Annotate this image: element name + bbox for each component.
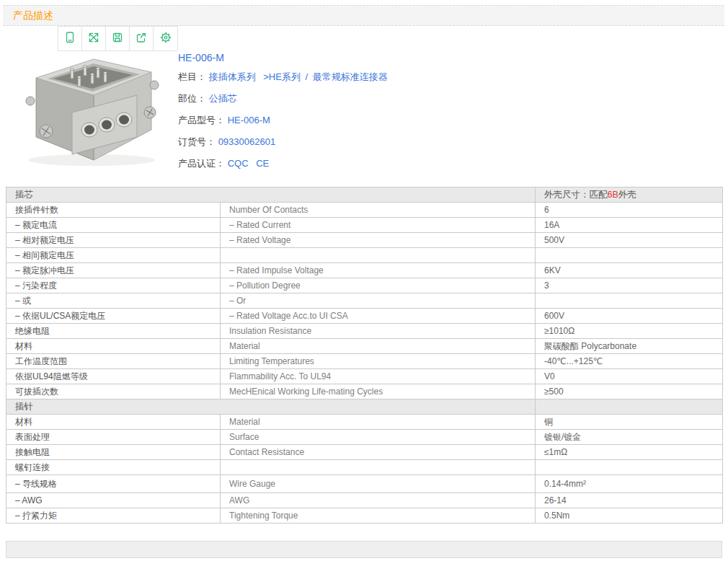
part-link[interactable]: 公插芯 [209, 93, 237, 104]
spec-row: 可拔插次数MecHEnical Working Life-mating Cycl… [6, 384, 723, 399]
image-toolbar [58, 26, 178, 51]
spec-row: 依据UL94阻燃等级Flammability Acc. To UL94V0 [6, 369, 723, 384]
spec-row: 接触电阻Contact Resistance≤1mΩ [6, 445, 723, 460]
page: 产品描述 [0, 0, 728, 561]
spec-cell-val [536, 460, 723, 475]
bottom-section-bar [6, 541, 722, 558]
spec-row: 接插件针数Number Of Contacts6 [6, 203, 723, 218]
spec-cell-en: – Rated Voltage Acc.to UI CSA [221, 309, 536, 324]
product-title-link[interactable]: HE-006-M [178, 49, 224, 66]
spec-cell-val: 500V [536, 233, 723, 248]
spec-table: 插芯外壳尺寸：匹配6B外壳接插件针数Number Of Contacts6– 额… [6, 187, 723, 524]
section-title: 插针 [6, 399, 536, 415]
spec-cell-en: – Rated Current [221, 218, 536, 233]
section-title: 插芯 [6, 187, 536, 203]
spec-cell-val: V0 [536, 369, 723, 384]
spec-cell-cn: – 拧紧力矩 [6, 508, 221, 524]
spec-cell-en: Wire Gauge [221, 475, 536, 493]
save-button[interactable] [106, 27, 130, 50]
spec-cell-en [221, 248, 536, 263]
spec-cell-en: Contact Resistance [221, 445, 536, 460]
spec-cell-en: – Rated Voltage [221, 233, 536, 248]
spec-row: 表面处理Surface镀银/镀金 [6, 430, 723, 445]
spec-cell-cn: – 相间额定电压 [6, 248, 221, 263]
spec-cell-en: – Pollution Degree [221, 278, 536, 293]
spec-cell-en: – Rated Impulse Voltage [221, 263, 536, 278]
spec-row: – 额定电流– Rated Current16A [6, 218, 723, 233]
cert-link-ce[interactable]: CE [256, 158, 269, 169]
spec-cell-val: ≥1010Ω [536, 324, 723, 339]
category-link-series[interactable]: 接插体系列 [209, 71, 256, 82]
spec-cell-en [221, 460, 536, 475]
spec-cell-en: Surface [221, 430, 536, 445]
field-model-label: 产品型号： [178, 115, 225, 125]
spec-row: – 污染程度– Pollution Degree3 [6, 278, 723, 293]
spec-cell-val: 3 [536, 278, 723, 293]
field-certification-label: 产品认证： [178, 158, 225, 169]
spec-row: – 依据UL/CSA额定电压– Rated Voltage Acc.to UI … [6, 309, 723, 324]
spec-cell-val: 6 [536, 203, 723, 218]
fullscreen-button[interactable] [82, 27, 106, 50]
spec-row: – 拧紧力矩Tightening Torque0.5Nm [6, 508, 723, 524]
field-order-label: 订货号： [178, 136, 216, 147]
cert-link-cqc[interactable]: CQC [228, 158, 249, 169]
save-icon [111, 31, 124, 47]
spec-cell-val: 16A [536, 218, 723, 233]
field-category: 栏目： 接插体系列 >HE系列 / 最常规标准连接器 [178, 66, 388, 88]
tablet-icon [63, 31, 76, 47]
spec-cell-en: Flammability Acc. To UL94 [221, 369, 536, 384]
spec-row: – AWGAWG26-14 [6, 493, 723, 508]
field-certification: 产品认证： CQC CE [178, 153, 388, 175]
spec-row: – 相对额定电压– Rated Voltage500V [6, 233, 723, 248]
spec-cell-en: Limiting Temperatures [221, 354, 536, 369]
spec-cell-cn: 螺钉连接 [6, 460, 221, 475]
share-button[interactable] [130, 27, 154, 50]
spec-cell-val: 600V [536, 309, 723, 324]
spec-cell-en: Material [221, 339, 536, 354]
spec-cell-val: ≥500 [536, 384, 723, 399]
table-section-row: 插芯外壳尺寸：匹配6B外壳 [6, 187, 723, 203]
spec-cell-cn: 接触电阻 [6, 445, 221, 460]
spec-row: 材料Material铜 [6, 415, 723, 430]
spec-row: – 额定脉冲电压– Rated Impulse Voltage6KV [6, 263, 723, 278]
spec-cell-val: 0.5Nm [536, 508, 723, 524]
spec-cell-cn: 表面处理 [6, 430, 221, 445]
spec-cell-val: ≤1mΩ [536, 445, 723, 460]
tablet-view-button[interactable] [58, 27, 82, 50]
spec-cell-cn: – AWG [6, 493, 221, 508]
field-order-number: 订货号： 09330062601 [178, 131, 388, 153]
spec-cell-val [536, 248, 723, 263]
order-number-link[interactable]: 09330062601 [218, 136, 276, 147]
settings-button[interactable] [154, 27, 177, 50]
section-header-right: 外壳尺寸：匹配6B外壳 [536, 187, 723, 203]
spec-cell-cn: 绝缘电阻 [6, 324, 221, 339]
model-link[interactable]: HE-006-M [228, 115, 270, 125]
spec-cell-cn: 接插件针数 [6, 203, 221, 218]
spec-cell-cn: – 额定脉冲电压 [6, 263, 221, 278]
spec-cell-val: 6KV [536, 263, 723, 278]
field-category-label: 栏目： [178, 71, 206, 82]
spec-row: – 导线规格Wire Gauge0.14-4mm² [6, 475, 723, 493]
spec-row: – 或– Or [6, 293, 723, 309]
section-header-right [536, 399, 723, 415]
spec-cell-cn: – 导线规格 [6, 475, 221, 493]
spec-cell-en: Material [221, 415, 536, 430]
page-title: 产品描述 [13, 9, 53, 21]
spec-cell-cn: – 额定电流 [6, 218, 221, 233]
spec-cell-en: Insulation Resistance [221, 324, 536, 339]
spec-row: – 相间额定电压 [6, 248, 723, 263]
section-header-product-description: 产品描述 [3, 5, 724, 26]
spec-cell-val: -40℃...+125℃ [536, 354, 723, 369]
product-info: HE-006-M 栏目： 接插体系列 >HE系列 / 最常规标准连接器 部位： … [178, 49, 388, 175]
fullscreen-icon [87, 31, 100, 47]
category-link-standard-connector[interactable]: 最常规标准连接器 [313, 71, 388, 82]
spec-cell-val: 0.14-4mm² [536, 475, 723, 493]
field-part: 部位： 公插芯 [178, 88, 388, 110]
spec-cell-cn: – 依据UL/CSA额定电压 [6, 309, 221, 324]
spec-cell-en: Tightening Torque [221, 508, 536, 524]
category-link-he-series[interactable]: >HE系列 [263, 71, 301, 82]
field-model: 产品型号： HE-006-M [178, 110, 388, 131]
gear-icon [159, 31, 172, 47]
category-separator: / [303, 71, 311, 82]
spec-cell-cn: – 或 [6, 293, 221, 309]
